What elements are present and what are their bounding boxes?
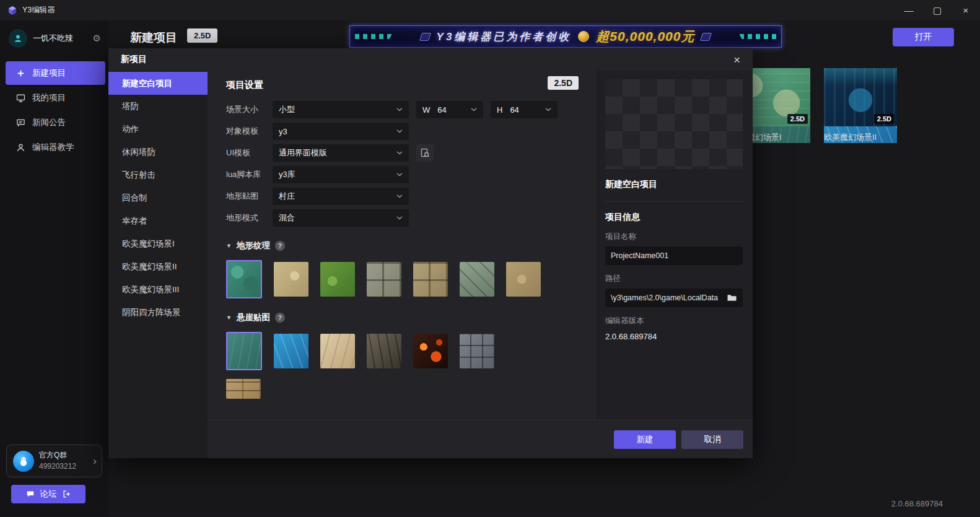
- sidebar-item-tutorial[interactable]: 编辑器教学: [6, 136, 105, 159]
- cancel-button[interactable]: 取消: [681, 430, 743, 449]
- banner-flag-icon: [700, 33, 712, 41]
- nav-item[interactable]: 动作: [108, 118, 208, 141]
- app-version-text: 2.0.68.689784: [891, 499, 943, 508]
- cliff-texture-swatch[interactable]: [367, 334, 401, 368]
- qq-icon: [13, 451, 34, 472]
- folder-icon[interactable]: [727, 293, 737, 302]
- cliff-texture-swatch[interactable]: [226, 332, 262, 370]
- nav-item-blank-project[interactable]: 新建空白项目: [108, 72, 208, 95]
- page-title: 新建项目: [130, 30, 177, 46]
- project-thumbnail[interactable]: 2.5D: [824, 68, 897, 126]
- scene-size-select[interactable]: 小型: [273, 101, 409, 118]
- lua-library-select[interactable]: y3库: [273, 166, 409, 183]
- terrain-texture-swatch[interactable]: [274, 262, 308, 297]
- nav-item[interactable]: 阴阳四方阵场景: [108, 301, 208, 324]
- qq-group-card[interactable]: 官方Q群 499203212 ›: [6, 445, 102, 477]
- terrain-tile-select[interactable]: 村庄: [273, 188, 409, 205]
- nav-item[interactable]: 飞行射击: [108, 163, 208, 186]
- ui-template-select[interactable]: 通用界面模版: [273, 144, 409, 162]
- terrain-texture-swatch[interactable]: [367, 262, 401, 297]
- sidebar-menu: 新建项目 我的项目 新闻公告 编辑器教学: [0, 61, 108, 159]
- height-select[interactable]: H 64: [491, 101, 558, 118]
- page-mode-badge: 2.5D: [187, 28, 217, 43]
- field-label: lua脚本库: [226, 169, 273, 180]
- nav-item[interactable]: 欧美魔幻场景III: [108, 278, 208, 301]
- terrain-texture-swatch[interactable]: [460, 262, 494, 297]
- card-mode-badge: 2.5D: [874, 114, 895, 124]
- collapse-triangle-icon[interactable]: ▼: [226, 243, 232, 249]
- project-info-panel: 新建空白项目 项目信息 项目名称 路径 \y3\games\2.0\game\L…: [595, 71, 753, 420]
- field-label: UI模板: [226, 147, 273, 159]
- announcement-icon: [15, 118, 25, 128]
- help-icon[interactable]: ?: [275, 241, 285, 251]
- open-project-button[interactable]: 打开: [893, 28, 954, 46]
- create-button[interactable]: 新建: [614, 430, 676, 449]
- ui-preview-button[interactable]: [416, 144, 434, 162]
- cliff-texture-swatch[interactable]: [320, 334, 355, 368]
- project-name-input[interactable]: [611, 251, 737, 260]
- chevron-right-icon: ›: [93, 455, 97, 467]
- nav-item[interactable]: 欧美魔幻场景II: [108, 255, 208, 278]
- sidebar-item-news[interactable]: 新闻公告: [6, 111, 105, 134]
- width-select[interactable]: W 64: [416, 101, 483, 118]
- project-path-value: \y3\games\2.0\game\LocalData: [611, 293, 723, 302]
- cliff-texture-row: [226, 332, 595, 370]
- nav-item[interactable]: 幸存者: [108, 209, 208, 232]
- forum-label: 论坛: [40, 489, 57, 500]
- cliff-texture-swatch[interactable]: [460, 334, 494, 368]
- gear-icon[interactable]: ⚙: [93, 33, 101, 44]
- collapse-triangle-icon[interactable]: ▼: [226, 315, 232, 321]
- editor-version-value: 2.0.68.689784: [605, 332, 743, 341]
- terrain-texture-swatch[interactable]: [506, 262, 541, 297]
- sidebar-item-label: 我的项目: [32, 92, 66, 103]
- nav-item[interactable]: 回合制: [108, 186, 208, 209]
- modal-header: 新项目 ×: [108, 48, 753, 71]
- close-button[interactable]: ×: [952, 0, 980, 20]
- app-window: Y3编辑器 — ▢ × 一饥不吃辣 ⚙ 新建项目: [0, 0, 980, 517]
- sidebar-item-label: 编辑器教学: [32, 142, 74, 153]
- chevron-down-icon: [396, 216, 403, 220]
- height-label: H: [497, 105, 502, 115]
- terrain-texture-swatch[interactable]: [413, 262, 448, 297]
- project-card[interactable]: 2.5D 欧美魔幻场景II: [824, 68, 897, 143]
- width-value: 64: [437, 105, 446, 115]
- nav-item[interactable]: 休闲塔防: [108, 141, 208, 163]
- settings-title: 项目设置: [226, 79, 595, 91]
- height-value: 64: [510, 105, 518, 115]
- field-label: 地形模式: [226, 212, 273, 224]
- user-row[interactable]: 一饥不吃辣 ⚙: [0, 20, 108, 53]
- avatar: [9, 29, 27, 48]
- minimize-button[interactable]: —: [895, 0, 923, 20]
- cliff-texture-row-2: [226, 379, 595, 399]
- project-path-input-wrap: \y3\games\2.0\game\LocalData: [605, 289, 743, 307]
- close-icon[interactable]: ×: [733, 54, 740, 66]
- cliff-texture-swatch[interactable]: [226, 379, 261, 399]
- object-template-select[interactable]: y3: [273, 123, 409, 140]
- select-value: y3: [279, 127, 287, 136]
- terrain-mode-select[interactable]: 混合: [273, 209, 409, 227]
- terrain-texture-swatch[interactable]: [320, 262, 355, 297]
- project-card-name: 欧美魔幻场景II: [824, 132, 897, 143]
- terrain-texture-swatch[interactable]: [226, 260, 262, 298]
- select-value: y3库: [279, 169, 295, 180]
- chevron-down-icon: [396, 194, 403, 198]
- cliff-texture-swatch[interactable]: [274, 334, 308, 368]
- sidebar-item-my-projects[interactable]: 我的项目: [6, 86, 105, 110]
- banner-amount: 超50,000,000元: [596, 28, 694, 45]
- banner-text: Y3编辑器已为作者创收: [437, 30, 572, 44]
- modal-title: 新项目: [121, 54, 147, 65]
- cliff-texture-swatch[interactable]: [413, 334, 448, 368]
- forum-button[interactable]: 论坛: [11, 485, 85, 503]
- nav-item[interactable]: 欧美魔幻场景I: [108, 232, 208, 255]
- terrain-texture-row: [226, 260, 595, 298]
- sidebar-item-new-project[interactable]: 新建项目: [6, 61, 105, 85]
- preview-project-name: 新建空白项目: [605, 179, 743, 202]
- preview-search-icon: [420, 148, 430, 158]
- promo-banner[interactable]: Y3编辑器已为作者创收 超50,000,000元: [349, 25, 782, 48]
- field-label: 地形贴图: [226, 191, 273, 202]
- help-icon[interactable]: ?: [275, 313, 285, 323]
- nav-item[interactable]: 塔防: [108, 95, 208, 118]
- qq-group-label: 官方Q群: [39, 450, 88, 461]
- project-info-title: 项目信息: [605, 212, 743, 223]
- maximize-button[interactable]: ▢: [923, 0, 952, 20]
